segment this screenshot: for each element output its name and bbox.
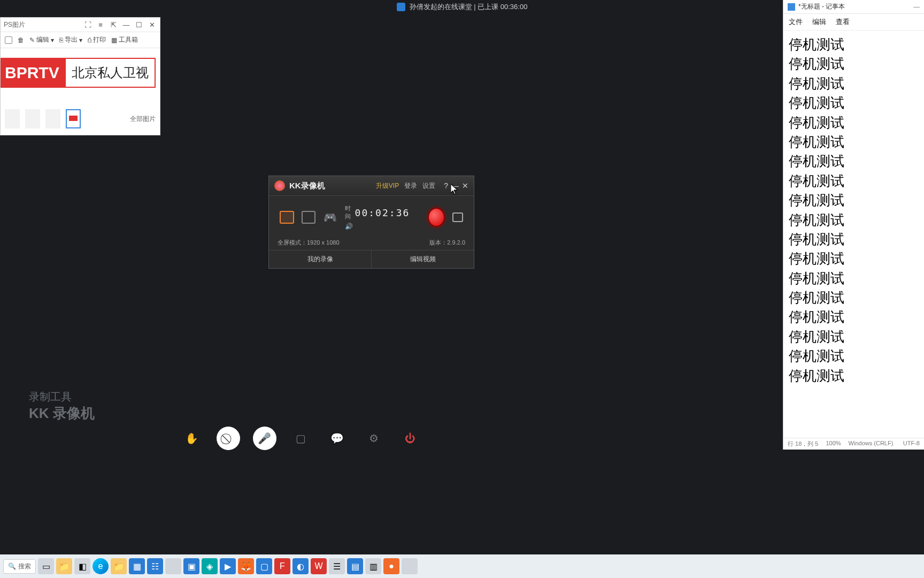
- notepad-line: 停机测试: [789, 288, 919, 307]
- wps-delete-button[interactable]: 🗑: [18, 35, 24, 44]
- wps-image: BPRTV 北京私人卫视: [1, 58, 156, 88]
- leave-icon: ⏻: [398, 427, 422, 450]
- app-icon[interactable]: ☷: [147, 558, 163, 574]
- notepad-line: 停机测试: [789, 151, 919, 171]
- thumbnail[interactable]: [25, 109, 40, 128]
- app-icon[interactable]: ▦: [129, 558, 145, 574]
- explorer-icon[interactable]: 📁: [56, 558, 72, 574]
- taskbar-search[interactable]: 🔍 搜索: [3, 559, 36, 574]
- menu-file[interactable]: 文件: [789, 17, 803, 27]
- notepad-line: 停机测试: [789, 327, 919, 346]
- wps-titlebar[interactable]: PS图片 ⛶ ≡ ⇱ — ☐ ✕: [1, 18, 160, 32]
- notepad-line: 停机测试: [789, 249, 919, 268]
- watermark-line2: KK 录像机: [29, 404, 95, 423]
- chevron-down-icon: ▾: [79, 36, 82, 44]
- app-icon[interactable]: ▶: [220, 558, 236, 574]
- app-icon[interactable]: [402, 558, 418, 574]
- app-icon[interactable]: W: [311, 558, 327, 574]
- all-images-link[interactable]: 全部图片: [130, 115, 156, 124]
- thumbnail-selected[interactable]: [66, 109, 81, 128]
- app-icon[interactable]: ◈: [202, 558, 218, 574]
- settings-link[interactable]: 设置: [422, 181, 435, 191]
- kk-taskbar-icon[interactable]: ●: [383, 558, 399, 574]
- mode-info: 全屏模式：1920 x 1080: [278, 239, 340, 247]
- logo-cn-text: 北京私人卫视: [66, 59, 155, 87]
- app-icon[interactable]: [165, 558, 181, 574]
- thumbnail[interactable]: [45, 109, 60, 128]
- menu-edit[interactable]: 编辑: [812, 17, 826, 27]
- gear-icon: ⚙: [362, 427, 386, 450]
- edge-icon[interactable]: e: [93, 558, 109, 574]
- close-icon[interactable]: ✕: [462, 181, 468, 190]
- my-recordings-tab[interactable]: 我的录像: [269, 250, 372, 268]
- record-button[interactable]: [428, 208, 445, 227]
- notepad-line: 停机测试: [789, 269, 919, 288]
- wps-print-button[interactable]: ⎙打印: [88, 35, 106, 44]
- notepad-line: 停机测试: [789, 366, 919, 385]
- minimize-icon[interactable]: —: [121, 20, 131, 29]
- notepad-titlebar[interactable]: *无标题 - 记事本 —: [783, 0, 924, 14]
- notepad-line: 停机测试: [789, 191, 919, 210]
- kk-titlebar[interactable]: KK录像机 升级VIP 登录 设置 ? — ✕: [269, 176, 474, 196]
- login-link[interactable]: 登录: [404, 181, 417, 191]
- share-icon: ▢: [289, 427, 313, 450]
- wps-open-button[interactable]: [5, 35, 12, 44]
- notepad-line: 停机测试: [789, 54, 919, 73]
- region-mode-button[interactable]: [302, 211, 316, 224]
- minimize-icon[interactable]: —: [913, 3, 920, 11]
- help-icon[interactable]: ?: [444, 181, 448, 190]
- notepad-statusbar: 行 18，列 5 100% Windows (CRLF) UTF-8: [783, 438, 924, 450]
- game-mode-button[interactable]: 🎮: [323, 211, 337, 224]
- firefox-icon[interactable]: 🦊: [238, 558, 254, 574]
- notepad-line: 停机测试: [789, 35, 919, 54]
- folder-icon[interactable]: 📁: [111, 558, 127, 574]
- screenshot-button[interactable]: [452, 212, 463, 222]
- app-icon[interactable]: F: [274, 558, 290, 574]
- cursor-position: 行 18，列 5: [788, 440, 818, 448]
- wps-thumbnail-strip: 全部图片: [1, 103, 160, 135]
- notepad-icon: [788, 3, 795, 11]
- app-icon[interactable]: ▥: [365, 558, 381, 574]
- task-view-icon[interactable]: ▭: [38, 558, 54, 574]
- fullscreen-icon[interactable]: ⛶: [83, 20, 93, 29]
- grid-icon: ▦: [111, 36, 117, 44]
- maximize-icon[interactable]: ☐: [134, 20, 144, 29]
- recording-time: 00:02:36: [355, 207, 410, 218]
- export-icon: ⎘: [59, 36, 63, 44]
- close-icon[interactable]: ✕: [147, 20, 157, 29]
- pencil-icon: ✎: [29, 36, 35, 44]
- thumbnail[interactable]: [5, 109, 20, 128]
- mic-off-icon: 🎤: [253, 427, 276, 450]
- list-icon[interactable]: ≡: [96, 20, 105, 29]
- app-icon[interactable]: ◧: [74, 558, 90, 574]
- logo-red-text: BPRTV: [2, 59, 66, 87]
- class-banner-text: 孙倩发起的在线课堂 | 已上课 00:36:00: [410, 2, 528, 12]
- wps-image-window: PS图片 ⛶ ≡ ⇱ — ☐ ✕ 🗑 ✎编辑▾ ⎘导出▾ ⎙打印 ▦工具箱 BP…: [0, 17, 160, 135]
- upgrade-vip-link[interactable]: 升级VIP: [376, 181, 399, 191]
- pin-icon[interactable]: ⇱: [109, 20, 118, 29]
- time-label: 时间: [345, 204, 351, 220]
- edit-video-tab[interactable]: 编辑视频: [372, 250, 474, 268]
- search-icon: 🔍: [8, 562, 16, 570]
- menu-view[interactable]: 查看: [836, 17, 850, 27]
- watermark-line1: 录制工具: [29, 390, 95, 404]
- notepad-text-area[interactable]: 停机测试停机测试停机测试停机测试停机测试停机测试停机测试停机测试停机测试停机测试…: [783, 31, 924, 438]
- notepad-line: 停机测试: [789, 346, 919, 366]
- print-icon: ⎙: [88, 36, 91, 44]
- sound-icon[interactable]: 🔊: [345, 223, 352, 230]
- windows-taskbar: 🔍 搜索 ▭ 📁 ◧ e 📁 ▦ ☷ ▣ ◈ ▶ 🦊 ▢ F ◐ W ☰ ▤ ▥…: [0, 554, 924, 578]
- app-icon[interactable]: ◐: [292, 558, 309, 574]
- notepad-line: 停机测试: [789, 210, 919, 230]
- app-icon[interactable]: ☰: [329, 558, 345, 574]
- app-icon[interactable]: ▤: [347, 558, 363, 574]
- notepad-line: 停机测试: [789, 93, 919, 112]
- kk-recorder-window: KK录像机 升级VIP 登录 设置 ? — ✕ 🎮 时间 00:02:36 🔊 …: [268, 176, 474, 269]
- wps-tools-button[interactable]: ▦工具箱: [111, 35, 138, 44]
- wps-export-button[interactable]: ⎘导出▾: [59, 35, 82, 44]
- wps-edit-button[interactable]: ✎编辑▾: [29, 35, 54, 44]
- notepad-title: *无标题 - 记事本: [798, 2, 845, 11]
- app-icon[interactable]: ▢: [256, 558, 272, 574]
- notepad-line: 停机测试: [789, 307, 919, 326]
- app-icon[interactable]: ▣: [183, 558, 199, 574]
- fullscreen-mode-button[interactable]: [280, 211, 294, 224]
